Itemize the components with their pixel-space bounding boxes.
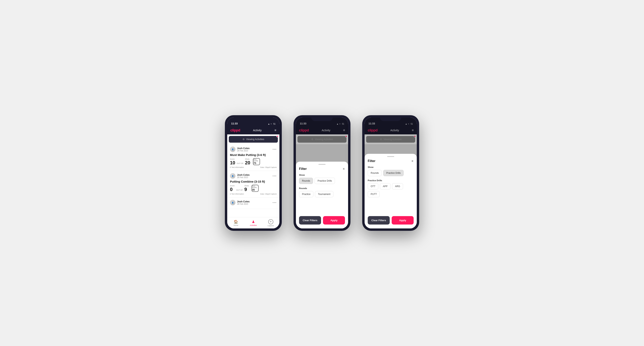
sheet-header-2: Filter ✕ [299,167,345,171]
user-date-2: 28 Feb 2023 [237,176,250,178]
apply-btn-2[interactable]: Apply [323,216,345,224]
practice-round-btn-2[interactable]: Practice [299,191,313,197]
sheet-header-3: Filter ✕ [368,159,414,163]
more-options-1[interactable]: ••• [272,148,277,151]
putt-btn-3[interactable]: PUTT [368,191,380,197]
nav-home-1[interactable]: 🏠 Home [227,220,245,226]
notch-3 [380,115,402,121]
stats-row-1: Score 10 OUT OF Shots 20 Shot Quality 75 [230,158,277,165]
practice-drills-show-btn-3[interactable]: Practice Drills [383,170,404,176]
data-source-2: Data: Clippd Capture [260,193,277,195]
phone-2-inner: 11:33 ▲ ᯤ 51 clippd Activity ≡ ⚙ Viewing… [296,118,348,228]
user-name-1: Josh Coles [237,147,250,150]
sheet-close-2[interactable]: ✕ [342,167,345,171]
logo-1: clippd [230,128,240,133]
activities-icon-1: ♟ [252,220,255,224]
bottom-nav-1: 🏠 Home ♟ Activities + Capture [227,217,280,228]
score-label-1: Score [230,158,235,160]
activities-label-1: Activities [250,224,257,226]
sheet-title-2: Filter [299,167,307,171]
shots-label-1: Shots [245,158,250,160]
practice-section-label-3: Practice Drills [368,179,414,182]
notch-2 [311,115,333,121]
score-value-2: 0 [230,187,235,192]
nav-title-1: Activity [253,129,262,132]
viewing-bar-1[interactable]: ⚙ Viewing Activities [229,136,278,143]
activity-card-3: 👤 Josh Coles 28 Feb 2023 ••• [227,197,280,209]
sheet-close-3[interactable]: ✕ [411,160,414,163]
score-label-2: Score [230,185,235,187]
more-options-3[interactable]: ••• [272,201,277,204]
shot-quality-badge-1: Shot Quality 75 [253,158,260,165]
sheet-title-3: Filter [368,159,375,163]
shots-value-2: 9 [244,187,249,192]
test-info-1: ℹ Test Information [230,166,244,168]
phone-1: 11:33 ▲ ᯤ 51 clippd Activity ≡ ⚙ Viewing… [225,115,282,231]
battery-icon-1: 51 [273,123,276,125]
show-buttons-2: Rounds Practice Drills [299,178,345,184]
card-footer-2: ℹ Test Information Data: Clippd Capture [230,193,277,195]
notification-dot-1 [276,135,278,137]
shots-label-2: Shots [244,185,249,187]
sheet-actions-2: Clear Filters Apply [299,216,345,224]
rounds-section-label-2: Rounds [299,187,345,189]
rounds-buttons-2: Practice Tournament [299,191,345,197]
show-section-label-3: Show [368,166,414,168]
nav-bar-1: clippd Activity ≡ [227,126,280,134]
rounds-show-btn-3[interactable]: Rounds [368,170,382,176]
avatar-3: 👤 [230,200,236,205]
filter-sheet-2: Filter ✕ Show Rounds Practice Drills Rou… [296,162,348,228]
card-header-1: 👤 Josh Coles 28 Feb 2023 ••• [230,147,277,152]
filter-sheet-3: Filter ✕ Show Rounds Practice Drills Pra… [364,154,417,228]
shots-value-1: 20 [245,161,250,165]
card-header-2: 👤 Josh Coles 28 Feb 2023 ••• [230,173,277,179]
data-source-1: Data: Clippd Capture [260,166,277,168]
activity-card-1: 👤 Josh Coles 28 Feb 2023 ••• Must Make P… [227,144,280,171]
spacer-3 [368,200,414,212]
activity-card-2: 👤 Josh Coles 28 Feb 2023 ••• Putting Com… [227,171,280,197]
viewing-bar-text-1: Viewing Activities [246,138,264,141]
shot-quality-value-2: 45 [252,188,258,191]
show-section-label-2: Show [299,174,345,176]
spacer-2 [299,200,345,212]
arg-btn-3[interactable]: ARG [392,183,403,189]
home-label-1: Home [234,224,238,226]
score-value-1: 10 [230,161,235,165]
phone-3-inner: 11:33 ▲ ᯤ 51 clippd Activity ≡ ⚙ Viewing… [364,118,417,228]
menu-icon-1[interactable]: ≡ [274,129,276,132]
ott-btn-3[interactable]: OTT [368,183,378,189]
user-info-1: 👤 Josh Coles 28 Feb 2023 [230,147,250,152]
app-btn-3[interactable]: APP [380,183,390,189]
content-1: 👤 Josh Coles 28 Feb 2023 ••• Must Make P… [227,144,280,217]
avatar-2: 👤 [230,173,236,179]
out-of-1: OUT OF [237,163,244,164]
card-footer-1: ℹ Test Information Data: Clippd Capture [230,166,277,168]
out-of-2: OUT OF [236,189,243,191]
phone-2: 11:33 ▲ ᯤ 51 clippd Activity ≡ ⚙ Viewing… [294,115,350,231]
sheet-actions-3: Clear Filters Apply [368,216,414,224]
activity-title-1: Must Make Putting (3-6 ft) [230,153,277,157]
stats-row-2: Score 0 OUT OF Shots 9 Shot Quality 45 [230,185,277,192]
avatar-1: 👤 [230,147,236,152]
filter-icon-1: ⚙ [242,138,245,141]
rounds-show-btn-2[interactable]: Rounds [299,178,313,184]
nav-activities-1[interactable]: ♟ Activities [245,220,262,226]
clear-filters-btn-2[interactable]: Clear Filters [299,216,321,224]
shot-quality-value-1: 75 [253,162,260,165]
capture-label-1: Capture [268,225,274,227]
capture-icon-1: + [268,219,273,224]
scene: 11:33 ▲ ᯤ 51 clippd Activity ≡ ⚙ Viewing… [213,103,431,243]
user-name-2: Josh Coles [237,173,250,176]
clear-filters-btn-3[interactable]: Clear Filters [368,216,390,224]
more-options-2[interactable]: ••• [272,174,277,177]
practice-drills-show-btn-2[interactable]: Practice Drills [314,178,335,184]
sheet-handle-3 [387,156,394,157]
show-buttons-3: Rounds Practice Drills [368,170,414,176]
shot-quality-badge-2: Shot Quality 45 [252,185,258,192]
user-info-2: 👤 Josh Coles 28 Feb 2023 [230,173,250,179]
apply-btn-3[interactable]: Apply [392,216,414,224]
nav-capture-1[interactable]: + Capture [262,219,280,227]
signal-icon-1: ▲ [268,123,270,125]
tournament-round-btn-2[interactable]: Tournament [315,191,333,197]
practice-buttons-3: OTT APP ARG PUTT [368,183,414,197]
